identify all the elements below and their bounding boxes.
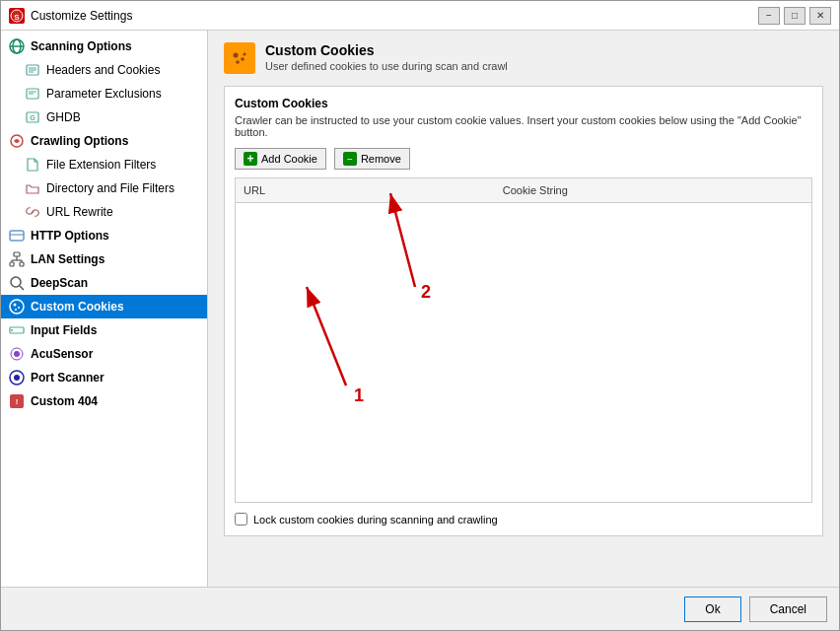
lock-cookies-checkbox[interactable]: [235, 513, 247, 526]
title-bar-left: S Customize Settings: [9, 8, 132, 24]
sidebar-label: URL Rewrite: [46, 205, 113, 219]
sidebar-label: Directory and File Filters: [46, 181, 175, 195]
title-bar-controls: − □ ✕: [758, 7, 831, 25]
sidebar-item-deepscan[interactable]: DeepScan: [1, 271, 207, 295]
svg-text:G: G: [30, 114, 35, 121]
cookie-table-header: URL Cookie String: [236, 178, 811, 203]
page-title: Custom Cookies: [265, 42, 508, 58]
sidebar-item-crawling-options[interactable]: Crawling Options: [1, 129, 207, 153]
http-icon: [9, 228, 25, 244]
globe-icon: [9, 38, 25, 54]
sidebar-item-port-scanner[interactable]: Port Scanner: [1, 366, 207, 389]
link-icon: [25, 204, 40, 220]
content: Scanning Options Headers and Cookies Par…: [1, 31, 839, 587]
page-subtitle: User defined cookies to use during scan …: [265, 60, 508, 72]
add-cookie-button[interactable]: + Add Cookie: [235, 148, 326, 170]
cookie-table-container: URL Cookie String: [235, 177, 812, 503]
url-column-header: URL: [236, 182, 495, 198]
svg-point-42: [244, 53, 246, 56]
svg-text:!: !: [16, 397, 19, 406]
sidebar-item-headers-cookies[interactable]: Headers and Cookies: [1, 58, 207, 82]
remove-icon: −: [343, 152, 357, 166]
svg-rect-17: [14, 252, 20, 256]
svg-point-32: [14, 351, 20, 357]
minimize-button[interactable]: −: [758, 7, 780, 25]
remove-label: Remove: [361, 153, 401, 165]
ghdb-icon: G: [25, 109, 40, 125]
error-icon: !: [9, 393, 25, 409]
sidebar-label: Port Scanner: [31, 371, 105, 385]
panel-desc: Crawler can be instructed to use your cu…: [235, 114, 812, 138]
sidebar-label: DeepScan: [31, 276, 88, 290]
window-title: Customize Settings: [31, 9, 132, 23]
toolbar: + Add Cookie − Remove: [235, 148, 812, 170]
svg-line-25: [20, 286, 24, 290]
svg-point-27: [14, 304, 17, 307]
sidebar-item-url-rewrite[interactable]: URL Rewrite: [1, 200, 207, 224]
sidebar-label: LAN Settings: [31, 252, 105, 266]
page-header: Custom Cookies User defined cookies to u…: [224, 42, 823, 74]
sidebar-label: HTTP Options: [31, 229, 109, 243]
param-icon: [25, 86, 40, 102]
custom-cookies-panel: Custom Cookies Crawler can be instructed…: [224, 86, 823, 536]
sidebar-label: Crawling Options: [31, 134, 128, 148]
sidebar-item-input-fields[interactable]: Input Fields: [1, 318, 207, 342]
network-icon: [9, 251, 25, 267]
svg-point-24: [11, 277, 21, 287]
sidebar: Scanning Options Headers and Cookies Par…: [1, 31, 208, 587]
svg-text:S: S: [14, 13, 20, 22]
sidebar-label: Headers and Cookies: [46, 63, 160, 77]
add-icon: +: [244, 152, 257, 166]
folder-icon: [25, 180, 40, 196]
remove-button[interactable]: − Remove: [334, 148, 410, 170]
svg-rect-19: [20, 262, 24, 266]
maximize-button[interactable]: □: [784, 7, 805, 25]
list-icon: [25, 62, 40, 78]
sidebar-item-parameter-exclusions[interactable]: Parameter Exclusions: [1, 82, 207, 105]
window: S Customize Settings − □ ✕ Scanning Opti…: [0, 0, 840, 631]
cookie-string-column-header: Cookie String: [495, 182, 811, 198]
crawl-icon: [9, 133, 25, 149]
add-cookie-label: Add Cookie: [261, 153, 317, 165]
sidebar-item-custom-404[interactable]: ! Custom 404: [1, 389, 207, 413]
sidebar-label: GHDB: [46, 110, 81, 124]
sidebar-label: Custom Cookies: [31, 300, 124, 314]
sidebar-label: Parameter Exclusions: [46, 87, 162, 101]
main-content: Custom Cookies User defined cookies to u…: [208, 31, 839, 587]
sidebar-label: Scanning Options: [31, 39, 132, 53]
sidebar-label: Custom 404: [31, 394, 98, 408]
sidebar-label: AcuSensor: [31, 347, 93, 361]
svg-point-39: [234, 53, 239, 58]
scan-icon: [9, 275, 25, 291]
footer: Ok Cancel: [1, 587, 839, 630]
port-icon: [9, 370, 25, 386]
sidebar-item-lan-settings[interactable]: LAN Settings: [1, 247, 207, 271]
close-button[interactable]: ✕: [809, 7, 831, 25]
page-header-text: Custom Cookies User defined cookies to u…: [265, 42, 508, 72]
sidebar-item-file-extension-filters[interactable]: File Extension Filters: [1, 153, 207, 176]
svg-rect-18: [10, 262, 14, 266]
svg-point-29: [15, 309, 17, 311]
app-icon: S: [9, 8, 25, 24]
input-icon: [9, 322, 25, 338]
svg-point-41: [236, 60, 240, 64]
lock-cookies-label: Lock custom cookies during scanning and …: [253, 514, 498, 526]
sidebar-item-scanning-options[interactable]: Scanning Options: [1, 35, 207, 58]
ok-button[interactable]: Ok: [684, 596, 740, 622]
svg-point-28: [18, 307, 20, 309]
panel-title: Custom Cookies: [235, 97, 812, 110]
cancel-button[interactable]: Cancel: [749, 596, 827, 622]
svg-point-38: [228, 46, 251, 70]
sidebar-item-http-options[interactable]: HTTP Options: [1, 224, 207, 247]
sidebar-item-custom-cookies[interactable]: Custom Cookies: [1, 295, 207, 318]
sidebar-label: File Extension Filters: [46, 158, 156, 172]
file-icon: [25, 157, 40, 173]
sidebar-item-directory-file-filters[interactable]: Directory and File Filters: [1, 176, 207, 200]
cookie-icon: [9, 299, 25, 315]
lock-checkbox-row: Lock custom cookies during scanning and …: [235, 513, 812, 526]
page-header-icon: [224, 42, 255, 74]
svg-point-40: [241, 57, 245, 61]
sidebar-item-acusensor[interactable]: AcuSensor: [1, 342, 207, 366]
sensor-icon: [9, 346, 25, 362]
sidebar-item-ghdb[interactable]: G GHDB: [1, 105, 207, 129]
